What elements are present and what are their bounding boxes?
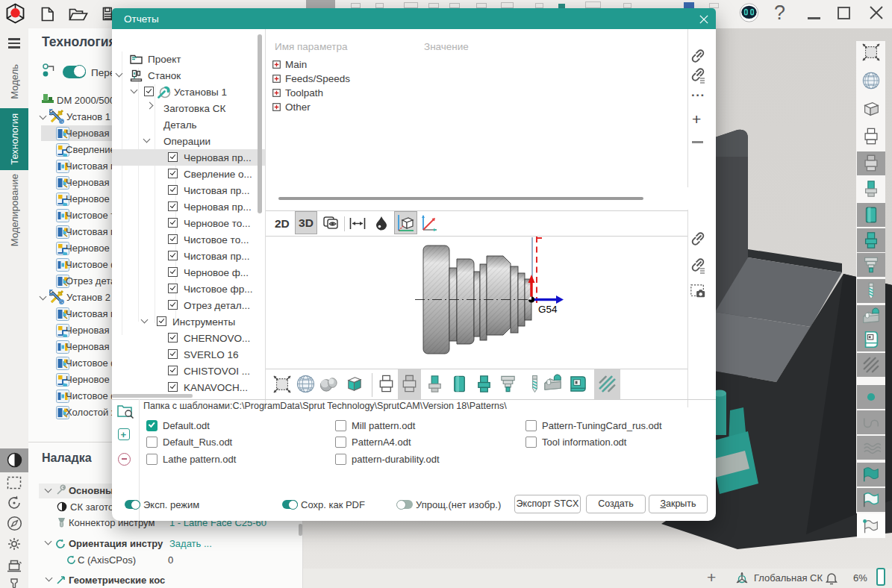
- svg-text:G54: G54: [538, 304, 558, 315]
